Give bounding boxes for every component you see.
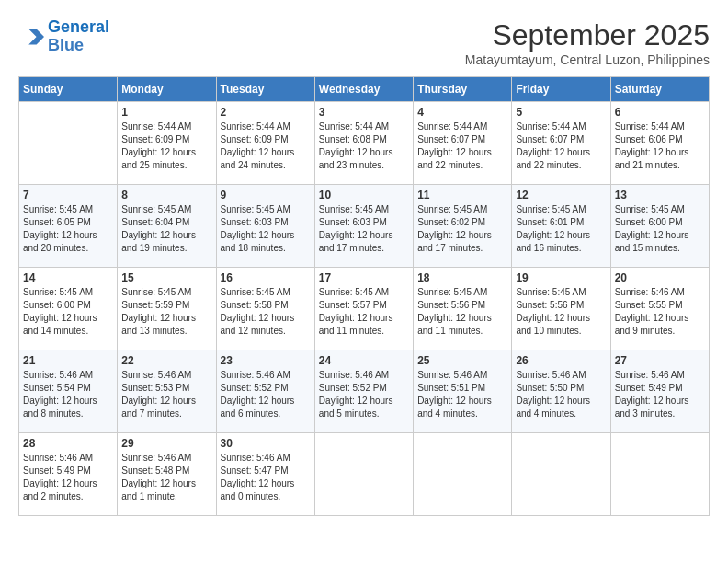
day-number: 29 <box>121 437 211 450</box>
day-number: 15 <box>121 271 211 284</box>
day-info: Sunrise: 5:46 AMSunset: 5:49 PMDaylight:… <box>23 452 113 503</box>
day-number: 18 <box>417 271 507 284</box>
day-info: Sunrise: 5:44 AMSunset: 6:09 PMDaylight:… <box>121 121 211 172</box>
day-info: Sunrise: 5:45 AMSunset: 6:01 PMDaylight:… <box>516 203 606 255</box>
day-info: Sunrise: 5:46 AMSunset: 5:47 PMDaylight:… <box>221 452 311 503</box>
calendar-cell: 26Sunrise: 5:46 AMSunset: 5:50 PMDayligh… <box>512 350 610 433</box>
calendar-cell: 3Sunrise: 5:44 AMSunset: 6:08 PMDaylight… <box>314 102 413 185</box>
day-number: 5 <box>516 106 606 119</box>
day-info: Sunrise: 5:46 AMSunset: 5:51 PMDaylight:… <box>417 369 507 420</box>
logo-text: General Blue <box>48 18 109 55</box>
page-header: General Blue September 2025 Matayumtayum… <box>18 18 710 67</box>
day-number: 4 <box>417 106 507 119</box>
day-number: 3 <box>319 106 409 119</box>
day-number: 1 <box>121 106 211 119</box>
calendar-cell: 2Sunrise: 5:44 AMSunset: 6:09 PMDaylight… <box>216 102 314 185</box>
day-number: 13 <box>615 189 705 201</box>
calendar-cell <box>314 433 413 516</box>
calendar-cell: 13Sunrise: 5:45 AMSunset: 6:00 PMDayligh… <box>610 185 709 268</box>
day-number: 24 <box>319 354 409 367</box>
calendar-table: SundayMondayTuesdayWednesdayThursdayFrid… <box>18 76 710 516</box>
day-number: 27 <box>615 354 705 367</box>
day-number: 6 <box>615 106 705 119</box>
day-info: Sunrise: 5:46 AMSunset: 5:49 PMDaylight:… <box>615 369 705 420</box>
column-header-saturday: Saturday <box>610 77 709 102</box>
logo-icon <box>18 24 44 50</box>
column-header-friday: Friday <box>512 77 610 102</box>
day-info: Sunrise: 5:45 AMSunset: 5:58 PMDaylight:… <box>221 286 311 338</box>
calendar-cell: 29Sunrise: 5:46 AMSunset: 5:48 PMDayligh… <box>118 433 216 516</box>
column-header-tuesday: Tuesday <box>216 77 314 102</box>
column-header-thursday: Thursday <box>414 77 512 102</box>
day-info: Sunrise: 5:44 AMSunset: 6:08 PMDaylight:… <box>319 121 409 172</box>
calendar-cell: 30Sunrise: 5:46 AMSunset: 5:47 PMDayligh… <box>216 433 314 516</box>
day-info: Sunrise: 5:46 AMSunset: 5:54 PMDaylight:… <box>23 369 113 420</box>
calendar-cell: 24Sunrise: 5:46 AMSunset: 5:52 PMDayligh… <box>314 350 413 433</box>
column-header-sunday: Sunday <box>19 77 118 102</box>
day-info: Sunrise: 5:45 AMSunset: 6:05 PMDaylight:… <box>23 203 113 255</box>
calendar-cell <box>414 433 512 516</box>
calendar-week-row: 7Sunrise: 5:45 AMSunset: 6:05 PMDaylight… <box>19 185 710 268</box>
day-number: 7 <box>23 189 113 201</box>
day-number: 12 <box>516 189 606 201</box>
calendar-cell: 28Sunrise: 5:46 AMSunset: 5:49 PMDayligh… <box>19 433 118 516</box>
calendar-cell: 16Sunrise: 5:45 AMSunset: 5:58 PMDayligh… <box>216 268 314 350</box>
logo-line1: General <box>48 17 109 36</box>
calendar-cell: 27Sunrise: 5:46 AMSunset: 5:49 PMDayligh… <box>610 350 709 433</box>
day-number: 25 <box>417 354 507 367</box>
day-info: Sunrise: 5:45 AMSunset: 5:56 PMDaylight:… <box>516 286 606 338</box>
day-info: Sunrise: 5:46 AMSunset: 5:55 PMDaylight:… <box>615 286 705 338</box>
logo-line2: Blue <box>48 36 84 54</box>
day-number: 10 <box>319 189 409 201</box>
day-info: Sunrise: 5:44 AMSunset: 6:07 PMDaylight:… <box>516 121 606 172</box>
calendar-cell: 18Sunrise: 5:45 AMSunset: 5:56 PMDayligh… <box>414 268 512 350</box>
day-info: Sunrise: 5:46 AMSunset: 5:48 PMDaylight:… <box>121 452 211 503</box>
calendar-cell: 20Sunrise: 5:46 AMSunset: 5:55 PMDayligh… <box>610 268 709 350</box>
column-header-monday: Monday <box>118 77 216 102</box>
column-header-wednesday: Wednesday <box>314 77 413 102</box>
calendar-cell: 15Sunrise: 5:45 AMSunset: 5:59 PMDayligh… <box>118 268 216 350</box>
day-number: 20 <box>615 271 705 284</box>
day-info: Sunrise: 5:45 AMSunset: 5:56 PMDaylight:… <box>417 286 507 338</box>
day-number: 19 <box>516 271 606 284</box>
day-number: 2 <box>221 106 311 119</box>
day-number: 23 <box>221 354 311 367</box>
day-info: Sunrise: 5:45 AMSunset: 6:03 PMDaylight:… <box>221 203 311 255</box>
day-info: Sunrise: 5:45 AMSunset: 6:00 PMDaylight:… <box>23 286 113 338</box>
location-subtitle: Matayumtayum, Central Luzon, Philippines <box>465 52 710 67</box>
calendar-week-row: 14Sunrise: 5:45 AMSunset: 6:00 PMDayligh… <box>19 268 710 350</box>
calendar-cell: 5Sunrise: 5:44 AMSunset: 6:07 PMDaylight… <box>512 102 610 185</box>
calendar-cell: 17Sunrise: 5:45 AMSunset: 5:57 PMDayligh… <box>314 268 413 350</box>
title-section: September 2025 Matayumtayum, Central Luz… <box>465 18 710 67</box>
logo: General Blue <box>18 18 109 55</box>
calendar-cell: 10Sunrise: 5:45 AMSunset: 6:03 PMDayligh… <box>314 185 413 268</box>
calendar-cell: 25Sunrise: 5:46 AMSunset: 5:51 PMDayligh… <box>414 350 512 433</box>
calendar-cell <box>610 433 709 516</box>
calendar-week-row: 21Sunrise: 5:46 AMSunset: 5:54 PMDayligh… <box>19 350 710 433</box>
calendar-cell: 11Sunrise: 5:45 AMSunset: 6:02 PMDayligh… <box>414 185 512 268</box>
day-number: 16 <box>221 271 311 284</box>
day-info: Sunrise: 5:45 AMSunset: 5:59 PMDaylight:… <box>121 286 211 338</box>
calendar-header-row: SundayMondayTuesdayWednesdayThursdayFrid… <box>19 77 710 102</box>
day-info: Sunrise: 5:46 AMSunset: 5:53 PMDaylight:… <box>121 369 211 420</box>
calendar-cell: 8Sunrise: 5:45 AMSunset: 6:04 PMDaylight… <box>118 185 216 268</box>
calendar-cell: 4Sunrise: 5:44 AMSunset: 6:07 PMDaylight… <box>414 102 512 185</box>
calendar-cell <box>512 433 610 516</box>
day-number: 11 <box>417 189 507 201</box>
calendar-week-row: 28Sunrise: 5:46 AMSunset: 5:49 PMDayligh… <box>19 433 710 516</box>
day-info: Sunrise: 5:45 AMSunset: 5:57 PMDaylight:… <box>319 286 409 338</box>
calendar-cell: 6Sunrise: 5:44 AMSunset: 6:06 PMDaylight… <box>610 102 709 185</box>
day-info: Sunrise: 5:44 AMSunset: 6:06 PMDaylight:… <box>615 121 705 172</box>
calendar-cell: 19Sunrise: 5:45 AMSunset: 5:56 PMDayligh… <box>512 268 610 350</box>
day-info: Sunrise: 5:44 AMSunset: 6:07 PMDaylight:… <box>417 121 507 172</box>
calendar-cell: 9Sunrise: 5:45 AMSunset: 6:03 PMDaylight… <box>216 185 314 268</box>
calendar-cell: 23Sunrise: 5:46 AMSunset: 5:52 PMDayligh… <box>216 350 314 433</box>
calendar-cell: 1Sunrise: 5:44 AMSunset: 6:09 PMDaylight… <box>118 102 216 185</box>
calendar-cell: 22Sunrise: 5:46 AMSunset: 5:53 PMDayligh… <box>118 350 216 433</box>
calendar-cell: 12Sunrise: 5:45 AMSunset: 6:01 PMDayligh… <box>512 185 610 268</box>
day-number: 21 <box>23 354 113 367</box>
day-info: Sunrise: 5:46 AMSunset: 5:52 PMDaylight:… <box>319 369 409 420</box>
day-number: 17 <box>319 271 409 284</box>
day-number: 8 <box>121 189 211 201</box>
day-number: 30 <box>221 437 311 450</box>
